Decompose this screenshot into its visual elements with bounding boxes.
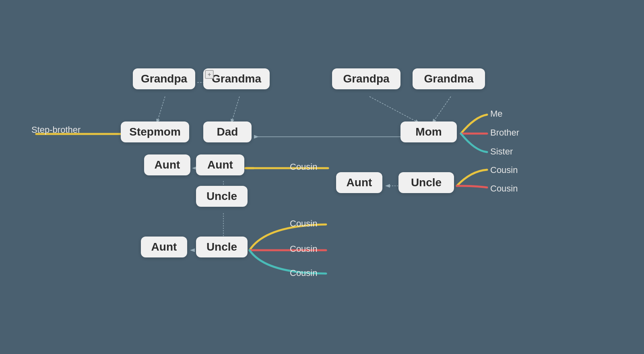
grandpa-left-node[interactable]: Grandpa [133,68,195,89]
svg-line-9 [433,97,451,123]
cousin-aunt-mid-label: Cousin [290,162,317,172]
mom-node[interactable]: Mom [400,121,457,142]
dad-node[interactable]: Dad [203,121,252,142]
svg-line-8 [369,97,419,123]
grandma-left-node[interactable]: Grandma + [203,68,270,89]
cousin-right-1-label: Cousin [490,165,518,175]
grandma-right-label: Grandma [424,72,474,85]
aunt-right-label: Aunt [347,176,372,189]
brother-label: Brother [490,128,519,138]
me-label: Me [490,109,503,119]
svg-line-2 [157,97,165,123]
sister-label: Sister [490,146,513,157]
uncle-left-bot-label: Uncle [206,241,237,253]
uncle-left-mid-label: Uncle [206,190,237,203]
grandma-right-node[interactable]: Grandma [413,68,485,89]
aunt-right-node[interactable]: Aunt [336,172,382,193]
cousin-uncle-bot-2-label: Cousin [290,244,317,254]
uncle-right-node[interactable]: Uncle [398,172,454,193]
aunt-left-mid-label: Aunt [207,158,233,171]
cousin-uncle-bot-3-label: Cousin [290,268,317,278]
grandma-left-label: Grandma [212,72,261,85]
grandpa-right-node[interactable]: Grandpa [332,68,400,89]
svg-line-1 [231,97,239,123]
step-brother-label: Step-brother [31,125,80,135]
aunt-left-bot-label: Aunt [151,241,177,253]
grandpa-left-label: Grandpa [141,72,187,85]
stepmom-node[interactable]: Stepmom [121,121,189,142]
mom-label: Mom [415,126,442,138]
uncle-left-mid-node[interactable]: Uncle [196,186,248,207]
aunt-left-mid-node[interactable]: Aunt [196,154,244,175]
uncle-left-bot-node[interactable]: Uncle [196,237,248,257]
aunt-left-top-node[interactable]: Aunt [144,154,190,175]
cousin-right-2-label: Cousin [490,183,518,194]
uncle-right-label: Uncle [411,176,442,189]
grandpa-right-label: Grandpa [343,72,389,85]
cousin-uncle-bot-1-label: Cousin [290,218,317,229]
aunt-left-bot-node[interactable]: Aunt [141,237,187,257]
aunt-left-top-label: Aunt [155,158,180,171]
dad-label: Dad [217,126,238,138]
stepmom-label: Stepmom [129,126,181,138]
